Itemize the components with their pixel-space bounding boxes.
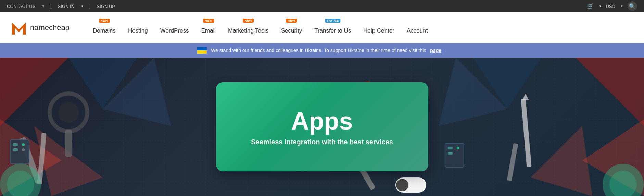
nav-item-hosting[interactable]: Hosting xyxy=(122,12,154,43)
domains-label: Domains xyxy=(93,27,116,34)
search-icon[interactable]: 🔍 xyxy=(628,1,637,11)
logo-link[interactable]: namecheap xyxy=(10,19,70,36)
sign-up-link[interactable]: SIGN UP xyxy=(97,4,115,9)
email-label: Email xyxy=(201,27,216,34)
top-bar: CONTACT US ▾ | SIGN IN ▾ | SIGN UP 🛒 ▾ U… xyxy=(0,0,644,12)
header: namecheap NEW Domains Hosting WordPress … xyxy=(0,12,644,43)
nav-item-wordpress[interactable]: WordPress xyxy=(154,12,195,43)
ukraine-period: . xyxy=(445,48,447,53)
hero-card: Apps Seamless integration with the best … xyxy=(216,82,428,171)
hero-section: Apps Seamless integration with the best … xyxy=(0,58,644,196)
transfer-badge: TRY ME xyxy=(325,19,340,23)
security-badge: NEW xyxy=(286,19,297,23)
divider2: | xyxy=(89,4,90,9)
nav-item-domains[interactable]: NEW Domains xyxy=(87,12,122,43)
sign-in-link[interactable]: SIGN IN xyxy=(58,4,74,9)
currency-arrow: ▾ xyxy=(621,4,623,8)
domains-badge: NEW xyxy=(99,19,110,23)
hosting-label: Hosting xyxy=(128,27,148,34)
hero-subtitle: Seamless integration with the best servi… xyxy=(251,138,393,146)
ukraine-banner: We stand with our friends and colleagues… xyxy=(0,43,644,58)
transfer-label: Transfer to Us xyxy=(314,27,351,34)
top-bar-right: 🛒 ▾ USD ▾ 🔍 xyxy=(587,1,637,11)
nav-item-account[interactable]: Account xyxy=(401,12,434,43)
wordpress-label: WordPress xyxy=(160,27,189,34)
cart-arrow: ▾ xyxy=(599,4,601,8)
main-nav: NEW Domains Hosting WordPress NEW Email … xyxy=(87,12,634,43)
divider1: | xyxy=(50,4,51,9)
ukraine-page-link[interactable]: page xyxy=(430,48,441,53)
hero-title: Apps xyxy=(291,108,353,135)
email-badge: NEW xyxy=(203,19,214,23)
cart-icon[interactable]: 🛒 xyxy=(587,3,594,10)
contact-us-arrow: ▾ xyxy=(42,4,44,8)
logo-text: namecheap xyxy=(30,23,70,32)
svg-rect-1 xyxy=(197,47,207,50)
svg-marker-0 xyxy=(12,23,26,35)
ukraine-text: We stand with our friends and colleagues… xyxy=(211,48,426,53)
currency-selector[interactable]: USD xyxy=(606,4,615,9)
security-label: Security xyxy=(281,27,302,34)
contact-us-link[interactable]: CONTACT US xyxy=(7,4,35,9)
logo-icon xyxy=(10,19,27,36)
nav-item-marketing-tools[interactable]: NEW Marketing Tools xyxy=(222,12,275,43)
nav-item-transfer[interactable]: TRY ME Transfer to Us xyxy=(308,12,357,43)
top-bar-left: CONTACT US ▾ | SIGN IN ▾ | SIGN UP xyxy=(7,4,115,9)
svg-rect-2 xyxy=(197,50,207,54)
nav-item-security[interactable]: NEW Security xyxy=(275,12,308,43)
nav-item-email[interactable]: NEW Email xyxy=(195,12,222,43)
marketing-badge: NEW xyxy=(243,19,254,23)
help-label: Help Center xyxy=(363,27,394,34)
sign-in-arrow: ▾ xyxy=(81,4,83,8)
nav-item-help[interactable]: Help Center xyxy=(357,12,401,43)
account-label: Account xyxy=(407,27,428,34)
ukraine-flag-icon xyxy=(197,47,207,54)
marketing-label: Marketing Tools xyxy=(228,27,269,34)
